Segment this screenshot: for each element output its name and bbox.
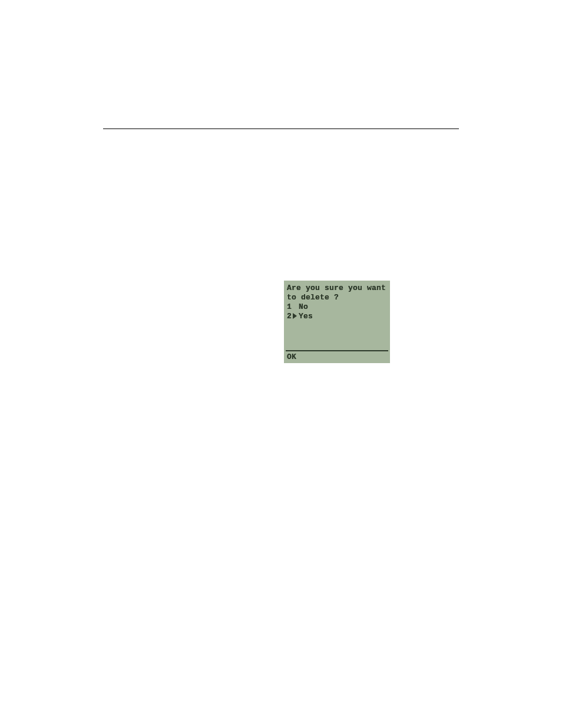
prompt-line-1: Are you sure you want bbox=[287, 284, 388, 293]
lcd-body: Are you sure you want to delete ? 1 No 2… bbox=[284, 281, 390, 321]
softkey-ok[interactable]: OK bbox=[287, 353, 296, 362]
option-label: No bbox=[299, 302, 308, 312]
option-number: 2 bbox=[287, 312, 293, 321]
lcd-screen: Are you sure you want to delete ? 1 No 2… bbox=[284, 281, 390, 363]
option-label: Yes bbox=[299, 312, 313, 321]
prompt-line-2: to delete ? bbox=[287, 293, 388, 302]
horizontal-rule bbox=[103, 129, 459, 129]
option-number: 1 bbox=[287, 302, 293, 312]
option-row-no[interactable]: 1 No bbox=[287, 302, 388, 312]
document-page: Are you sure you want to delete ? 1 No 2… bbox=[0, 0, 562, 728]
lcd-footer-rule bbox=[286, 350, 388, 351]
svg-marker-0 bbox=[293, 313, 297, 319]
option-row-yes[interactable]: 2 Yes bbox=[287, 312, 388, 321]
cursor-icon bbox=[293, 312, 299, 321]
